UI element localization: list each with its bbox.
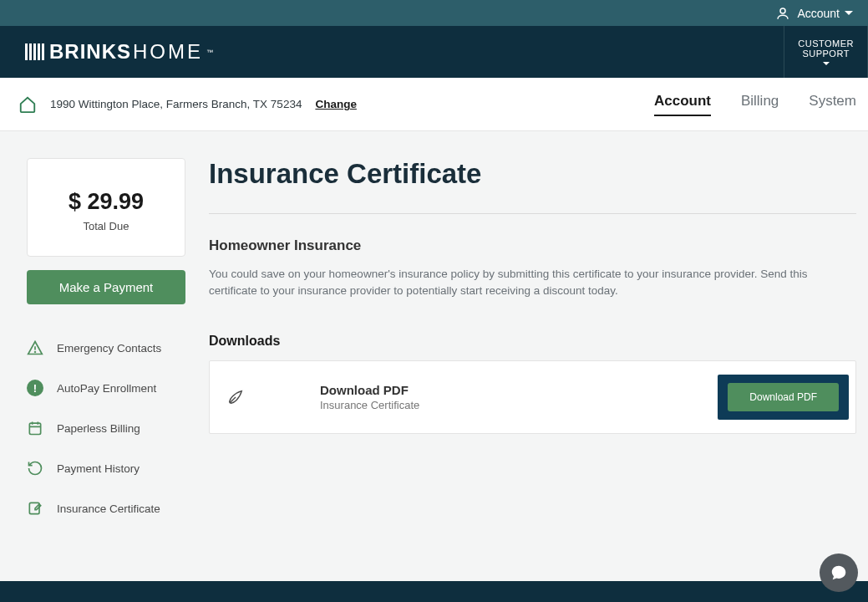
caret-down-icon (845, 11, 853, 15)
tab-billing[interactable]: Billing (741, 93, 779, 116)
exclamation-icon: ! (27, 380, 43, 396)
balance-card: $ 29.99 Total Due (27, 158, 185, 257)
sidebar-item-insurance[interactable]: Insurance Certificate (27, 488, 185, 528)
sidebar-item-label: AutoPay Enrollment (57, 382, 156, 395)
header: BRINKS HOME ™ CUSTOMER SUPPORT (0, 26, 868, 78)
download-item-title: Download PDF (320, 383, 642, 397)
document-edit-icon (27, 500, 43, 517)
topbar: Account (0, 0, 868, 26)
customer-support-line2: SUPPORT (798, 48, 854, 59)
downloads-title: Downloads (209, 334, 856, 349)
sidebar-item-history[interactable]: Payment History (27, 448, 185, 488)
change-address-link[interactable]: Change (315, 98, 357, 110)
address-section: 1990 Wittington Place, Farmers Branch, T… (18, 95, 357, 114)
main-content: $ 29.99 Total Due Make a Payment Emergen… (0, 131, 868, 583)
history-icon (27, 460, 43, 477)
account-label: Account (797, 7, 840, 20)
section-description: You could save on your homeowner's insur… (209, 266, 856, 300)
caret-down-icon (823, 62, 830, 65)
balance-amount: $ 29.99 (44, 189, 168, 215)
svg-rect-2 (29, 423, 40, 434)
sidebar-item-autopay[interactable]: ! AutoPay Enrollment (27, 368, 185, 408)
user-icon (775, 6, 790, 21)
download-pdf-button[interactable]: Download PDF (728, 383, 839, 411)
download-row: Download PDF Insurance Certificate Downl… (209, 360, 856, 434)
logo-tm: ™ (206, 48, 214, 56)
sidebar-item-label: Paperless Billing (57, 422, 140, 435)
sidebar-item-paperless[interactable]: Paperless Billing (27, 408, 185, 448)
tab-system[interactable]: System (809, 93, 856, 116)
logo-light-text: HOME (133, 40, 203, 64)
logo-bars-icon (25, 43, 44, 60)
make-payment-button[interactable]: Make a Payment (27, 270, 185, 304)
download-info: Download PDF Insurance Certificate (320, 383, 642, 411)
logo-bold-text: BRINKS (49, 40, 131, 64)
download-item-subtitle: Insurance Certificate (320, 399, 642, 411)
warning-icon (27, 339, 43, 356)
section-title: Homeowner Insurance (209, 237, 856, 254)
footer-bar (0, 581, 868, 602)
sidebar-item-emergency[interactable]: Emergency Contacts (27, 328, 185, 368)
sidebar-item-label: Emergency Contacts (57, 342, 161, 355)
account-dropdown[interactable]: Account (797, 7, 853, 20)
page-title: Insurance Certificate (209, 158, 856, 190)
brinks-logo[interactable]: BRINKS HOME ™ (25, 40, 214, 64)
content-area: Insurance Certificate Homeowner Insuranc… (209, 158, 856, 566)
sidebar: $ 29.99 Total Due Make a Payment Emergen… (27, 158, 185, 566)
home-icon (18, 95, 37, 114)
divider (209, 213, 856, 214)
subheader: 1990 Wittington Place, Farmers Branch, T… (0, 78, 868, 131)
address-text: 1990 Wittington Place, Farmers Branch, T… (50, 98, 302, 110)
sidebar-item-label: Payment History (57, 462, 140, 475)
sidebar-item-label: Insurance Certificate (57, 503, 160, 515)
balance-label: Total Due (44, 220, 168, 232)
svg-point-1 (35, 352, 36, 353)
feather-icon (226, 388, 245, 406)
customer-support-line1: CUSTOMER (798, 38, 854, 48)
main-tabs: Account Billing System (654, 93, 856, 116)
calendar-icon (27, 420, 43, 436)
tab-account[interactable]: Account (654, 93, 711, 116)
download-button-highlight: Download PDF (718, 375, 849, 420)
chat-bubble-button[interactable] (820, 554, 858, 592)
sidebar-nav: Emergency Contacts ! AutoPay Enrollment … (27, 328, 185, 528)
customer-support-dropdown[interactable]: CUSTOMER SUPPORT (784, 26, 868, 78)
svg-point-0 (780, 8, 785, 13)
chat-icon (830, 564, 848, 582)
